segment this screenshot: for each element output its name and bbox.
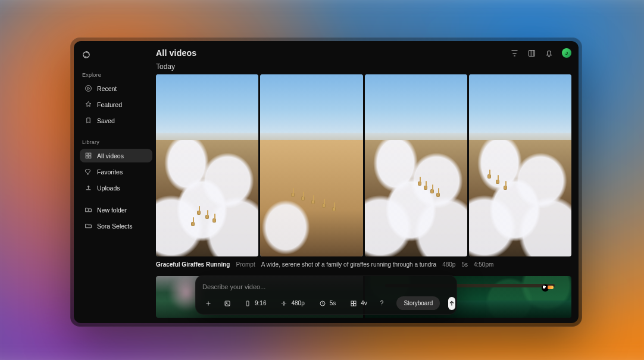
composer-controls: 9:16 480p 5s 4v ? Storyboard (201, 296, 451, 310)
video-time: 4:50pm (474, 261, 493, 268)
sidebar-item-label: New folder (97, 206, 127, 214)
sidebar: Explore Recent Featured Saved Library Al… (74, 41, 156, 323)
image-button[interactable] (220, 298, 235, 309)
video-prompt: A wide, serene shot of a family of giraf… (261, 261, 436, 268)
resolution-icon (280, 300, 287, 307)
chip-text: 9:16 (255, 300, 266, 306)
sidebar-item-label: Saved (97, 117, 115, 124)
sidebar-item-label: Uploads (97, 184, 120, 192)
send-button[interactable] (448, 297, 455, 310)
section-today: Today (156, 62, 571, 71)
svg-rect-12 (351, 301, 354, 303)
grid-icon (85, 152, 92, 159)
video-grid (156, 74, 571, 256)
avatar[interactable]: J (562, 48, 571, 58)
svg-rect-5 (89, 156, 91, 158)
clock-icon (319, 300, 326, 307)
chip-text: 480p (291, 300, 304, 306)
topbar: All videos J (156, 47, 571, 61)
svg-point-10 (283, 302, 285, 304)
chip-text: 4v (361, 300, 367, 306)
variations-icon (350, 300, 357, 307)
image-icon (224, 300, 231, 307)
add-button[interactable] (201, 298, 215, 309)
svg-rect-14 (351, 303, 354, 306)
sora-app: Explore Recent Featured Saved Library Al… (74, 41, 579, 323)
heart-icon (85, 168, 92, 176)
video-thumbnail[interactable] (156, 74, 258, 256)
sidebar-item-label: Favorites (97, 168, 123, 176)
storyboard-button[interactable]: Storyboard (396, 296, 440, 310)
arrow-up-icon (448, 300, 455, 307)
svg-point-1 (86, 86, 92, 92)
video-thumbnail[interactable] (365, 74, 467, 256)
sidebar-item-label: Recent (97, 85, 117, 92)
sidebar-section-explore: Explore (80, 68, 152, 79)
svg-rect-3 (89, 153, 91, 155)
prompt-input[interactable] (201, 282, 454, 296)
resolution-chip[interactable]: 480p (276, 298, 309, 309)
video-thumbnail[interactable] (469, 74, 571, 256)
duration-chip[interactable]: 5s (314, 298, 341, 309)
bookmark-icon (85, 117, 92, 124)
help-chip[interactable]: ? (377, 298, 387, 309)
openai-logo-icon[interactable] (81, 49, 92, 60)
filter-icon[interactable] (510, 49, 519, 58)
video-meta: Graceful Giraffes Running Prompt A wide,… (156, 261, 571, 268)
video-resolution: 480p (442, 261, 455, 268)
svg-rect-6 (529, 50, 535, 56)
star-icon (85, 101, 92, 108)
prompt-label: Prompt (236, 261, 255, 268)
svg-rect-4 (86, 156, 88, 158)
sidebar-item-uploads[interactable]: Uploads (80, 181, 152, 195)
folder-icon (85, 222, 92, 230)
sidebar-item-saved[interactable]: Saved (80, 114, 152, 127)
window-frame: Explore Recent Featured Saved Library Al… (70, 37, 582, 327)
aspect-chip[interactable]: 9:16 (239, 298, 271, 309)
sidebar-section-library: Library (80, 136, 152, 146)
sidebar-item-favorites[interactable]: Favorites (80, 165, 152, 179)
bell-icon[interactable] (545, 49, 554, 58)
sidebar-item-recent[interactable]: Recent (80, 82, 152, 95)
page-title: All videos (156, 48, 505, 58)
columns-icon[interactable] (527, 49, 536, 58)
top-actions: J (510, 48, 571, 58)
sidebar-item-new-folder[interactable]: New folder (80, 203, 152, 217)
toucan-illustration (538, 281, 551, 293)
svg-rect-2 (86, 153, 88, 155)
video-name: Graceful Giraffes Running (156, 261, 230, 268)
upload-icon (85, 184, 92, 192)
sidebar-item-sora-selects[interactable]: Sora Selects (80, 219, 152, 233)
plus-icon (205, 300, 212, 307)
sidebar-item-all-videos[interactable]: All videos (80, 149, 152, 162)
variations-chip[interactable]: 4v (345, 298, 372, 309)
svg-rect-9 (246, 301, 249, 306)
sidebar-item-label: Featured (97, 101, 122, 108)
svg-rect-13 (354, 301, 357, 303)
aspect-icon (244, 300, 251, 307)
sidebar-item-label: All videos (97, 152, 124, 159)
folder-plus-icon (85, 206, 92, 214)
video-duration: 5s (461, 261, 468, 268)
play-circle-icon (85, 84, 92, 92)
svg-rect-15 (354, 303, 357, 306)
sidebar-item-label: Sora Selects (97, 223, 133, 230)
chip-text: 5s (330, 300, 336, 306)
help-text: ? (380, 300, 384, 306)
video-thumbnail[interactable] (260, 74, 362, 256)
composer: 9:16 480p 5s 4v ? Storyboard (195, 275, 457, 315)
sidebar-item-featured[interactable]: Featured (80, 98, 152, 111)
